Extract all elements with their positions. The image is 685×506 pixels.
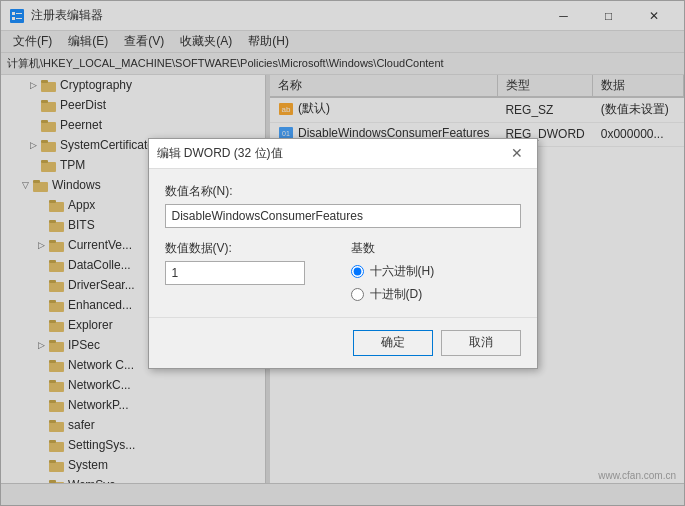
radio-hex-label[interactable]: 十六进制(H) [351,263,521,280]
dialog-name-input[interactable] [165,204,521,228]
dialog-name-label: 数值名称(N): [165,183,521,200]
dialog-ok-button[interactable]: 确定 [353,330,433,356]
radio-group: 十六进制(H) 十进制(D) [351,263,521,303]
dialog-base-section: 基数 十六进制(H) 十进制(D) [351,240,521,303]
dialog-title: 编辑 DWORD (32 位)值 [157,145,283,162]
dialog-value-section: 数值数据(V): [165,240,335,285]
edit-dword-dialog: 编辑 DWORD (32 位)值 ✕ 数值名称(N): 数值数据(V): 基数 [148,138,538,369]
modal-overlay: 编辑 DWORD (32 位)值 ✕ 数值名称(N): 数值数据(V): 基数 [1,1,684,505]
dialog-titlebar: 编辑 DWORD (32 位)值 ✕ [149,139,537,169]
dialog-close-button[interactable]: ✕ [505,141,529,165]
dialog-value-label: 数值数据(V): [165,240,335,257]
radio-hex-text: 十六进制(H) [370,263,435,280]
main-window: 注册表编辑器 ─ □ ✕ 文件(F) 编辑(E) 查看(V) 收藏夹(A) 帮助… [0,0,685,506]
dialog-body: 数值名称(N): 数值数据(V): 基数 十六进制(H) [149,169,537,317]
radio-dec[interactable] [351,288,364,301]
dialog-footer: 确定 取消 [149,317,537,368]
dialog-cancel-button[interactable]: 取消 [441,330,521,356]
radio-hex[interactable] [351,265,364,278]
radio-dec-text: 十进制(D) [370,286,423,303]
dialog-value-input[interactable] [165,261,305,285]
radio-dec-label[interactable]: 十进制(D) [351,286,521,303]
dialog-row: 数值数据(V): 基数 十六进制(H) 十进制(D) [165,240,521,303]
dialog-base-label: 基数 [351,240,521,257]
